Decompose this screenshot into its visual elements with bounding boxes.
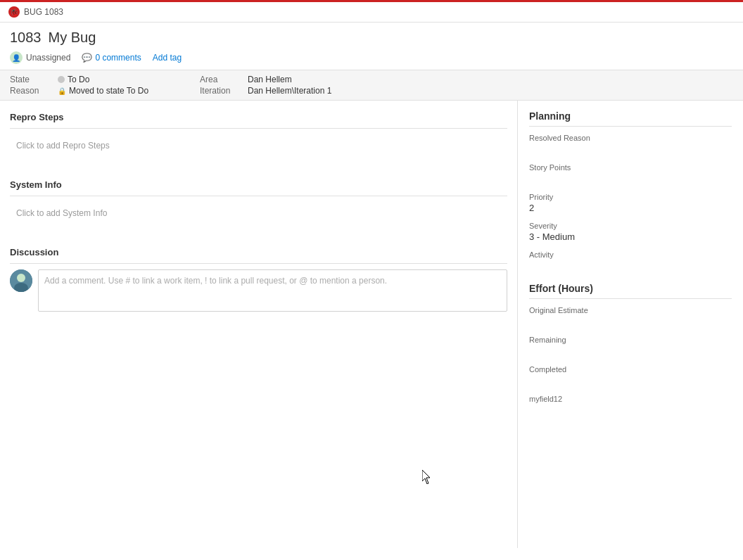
work-item-name[interactable]: My Bug [49,30,96,46]
fields-bar: State To Do Area Dan Hellem Reason 🔒 Mov… [0,70,743,101]
work-item-title: 1083 My Bug [10,30,733,46]
avatar [10,269,32,292]
fields-row-1: State To Do Area Dan Hellem [10,75,733,84]
planning-title: Planning [529,110,732,127]
remaining-label: Remaining [529,336,732,344]
priority-label: Priority [529,193,732,201]
activity-value[interactable] [529,260,732,272]
comment-bubble-icon: 💬 [82,53,92,63]
reason-label: Reason [10,86,52,96]
activity-field: Activity [529,250,732,272]
myfield12-field: myfield12 [529,395,732,416]
effort-title: Effort (Hours) [529,283,732,299]
work-item-id: 1083 [10,30,42,46]
assigned-user-label: Unassigned [26,53,70,63]
reason-value[interactable]: 🔒 Moved to state To Do [58,86,148,96]
discussion-title: Discussion [10,247,507,257]
iteration-label: Iteration [200,86,242,96]
comment-row: Add a comment. Use # to link a work item… [10,269,507,312]
state-field: State To Do [10,75,179,84]
comments-count: 0 comments [95,53,141,63]
comment-input[interactable]: Add a comment. Use # to link a work item… [38,269,507,312]
fields-row-2: Reason 🔒 Moved to state To Do Iteration … [10,86,733,96]
myfield12-value[interactable] [529,405,732,416]
system-info-title: System Info [10,179,507,190]
resolved-reason-value[interactable] [529,144,732,155]
story-points-value[interactable] [529,173,732,184]
completed-value[interactable] [529,375,732,386]
title-bar: 🐞 BUG 1083 [0,0,743,23]
system-info-input[interactable]: Click to add System Info [10,202,507,230]
reason-field: Reason 🔒 Moved to state To Do [10,86,179,96]
severity-label: Severity [529,222,732,230]
main-header: 1083 My Bug 👤 Unassigned 💬 0 comments Ad… [0,23,743,70]
meta-row: 👤 Unassigned 💬 0 comments Add tag [10,51,733,64]
right-panel: Planning Resolved Reason Story Points Pr… [518,101,743,548]
svg-point-1 [17,274,25,282]
user-icon: 👤 [10,51,23,64]
story-points-label: Story Points [529,163,732,172]
story-points-field: Story Points [529,163,732,184]
title-bar-label: BUG 1083 [24,7,63,17]
severity-value[interactable]: 3 - Medium [529,231,732,242]
area-field: Area Dan Hellem [200,75,369,84]
activity-label: Activity [529,250,732,259]
myfield12-label: myfield12 [529,395,732,403]
comments-link[interactable]: 💬 0 comments [82,53,141,63]
remaining-field: Remaining [529,336,732,357]
add-tag-link[interactable]: Add tag [153,53,182,63]
lock-icon: 🔒 [58,87,66,95]
iteration-field: Iteration Dan Hellem\Iteration 1 [200,86,369,96]
state-label: State [10,75,52,84]
bug-icon: 🐞 [8,6,20,18]
completed-label: Completed [529,365,732,374]
system-info-section: System Info Click to add System Info [10,179,507,230]
original-estimate-label: Original Estimate [529,306,732,314]
remaining-value[interactable] [529,345,732,357]
left-panel: Repro Steps Click to add Repro Steps Sys… [0,101,518,548]
repro-steps-input[interactable]: Click to add Repro Steps [10,134,507,163]
severity-field: Severity 3 - Medium [529,222,732,242]
content-area: Repro Steps Click to add Repro Steps Sys… [0,101,743,548]
iteration-value[interactable]: Dan Hellem\Iteration 1 [248,86,331,96]
priority-value[interactable]: 2 [529,203,732,213]
original-estimate-field: Original Estimate [529,306,732,327]
discussion-section: Discussion Add a comment. Use # to link … [10,247,507,312]
state-value[interactable]: To Do [58,75,89,84]
area-label: Area [200,75,242,84]
completed-field: Completed [529,365,732,386]
resolved-reason-label: Resolved Reason [529,134,732,142]
original-estimate-value[interactable] [529,316,732,327]
repro-steps-section: Repro Steps Click to add Repro Steps [10,112,507,163]
resolved-reason-field: Resolved Reason [529,134,732,155]
priority-field: Priority 2 [529,193,732,213]
repro-steps-title: Repro Steps [10,112,507,122]
assigned-user[interactable]: 👤 Unassigned [10,51,70,64]
area-value[interactable]: Dan Hellem [248,75,292,84]
state-dot [58,76,65,83]
